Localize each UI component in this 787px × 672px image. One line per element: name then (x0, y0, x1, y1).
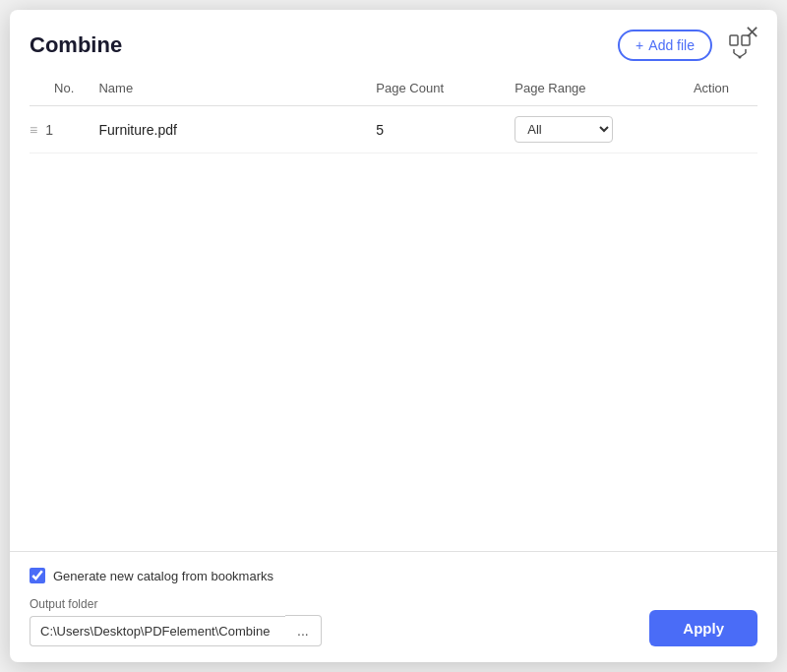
output-section: Output folder ... Apply (30, 597, 757, 646)
row-number: 1 (45, 122, 53, 138)
row-name-cell: Furniture.pdf (98, 106, 376, 153)
browse-button[interactable]: ... (285, 615, 322, 646)
svg-rect-0 (730, 35, 738, 45)
generate-catalog-label: Generate new catalog from bookmarks (53, 569, 273, 583)
close-button[interactable]: ✕ (739, 22, 765, 43)
page-range-select[interactable]: All Custom (515, 116, 613, 143)
col-action: Action (665, 73, 757, 106)
drag-handle-icon[interactable]: ≡ (30, 122, 37, 138)
footer-section: Generate new catalog from bookmarks Outp… (10, 551, 777, 662)
output-folder-group: Output folder ... (30, 597, 322, 646)
col-page-range: Page Range (515, 73, 665, 106)
file-table-container: No. Name Page Count Page Range Action (10, 73, 777, 551)
table-header-row: No. Name Page Count Page Range Action (30, 73, 757, 106)
combine-dialog: ✕ Combine + Add file (10, 10, 777, 662)
generate-catalog-checkbox[interactable] (30, 568, 45, 583)
row-no-cell: ≡ 1 (30, 106, 98, 153)
col-page-count: Page Count (376, 73, 515, 106)
table-row: ≡ 1 Furniture.pdf 5 All Custom (30, 106, 757, 153)
dialog-header: Combine + Add file (10, 10, 777, 73)
add-file-button[interactable]: + Add file (618, 30, 712, 61)
col-no: No. (30, 73, 98, 106)
file-table: No. Name Page Count Page Range Action (30, 73, 757, 153)
dialog-title: Combine (30, 32, 122, 58)
apply-button[interactable]: Apply (649, 610, 757, 646)
output-folder-input[interactable] (30, 616, 285, 646)
col-name: Name (98, 73, 376, 106)
output-folder-label: Output folder (30, 597, 322, 611)
row-page-count-cell: 5 (376, 106, 515, 153)
checkbox-row: Generate new catalog from bookmarks (30, 568, 757, 583)
row-action-cell (665, 106, 757, 153)
browse-dots-label: ... (297, 623, 309, 639)
plus-icon: + (636, 37, 643, 53)
output-folder-input-row: ... (30, 615, 322, 646)
header-actions: + Add file (618, 28, 757, 63)
svg-point-6 (739, 56, 742, 59)
row-page-range-cell: All Custom (515, 106, 665, 153)
add-file-label: Add file (648, 37, 695, 53)
